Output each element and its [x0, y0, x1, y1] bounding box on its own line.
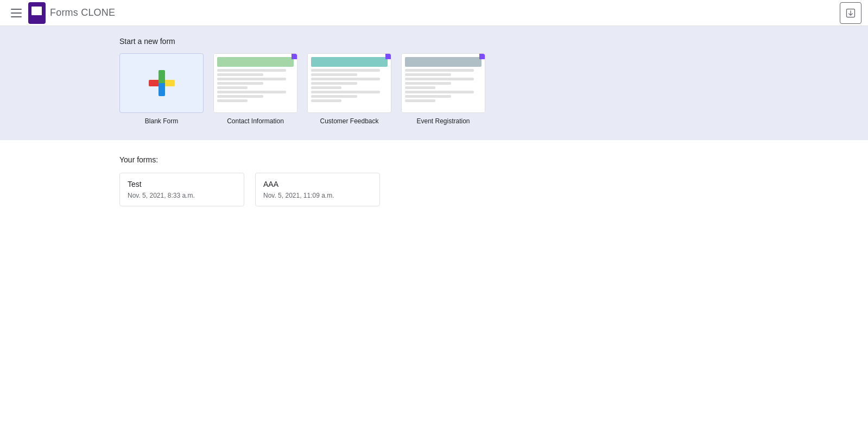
logo-icon — [28, 2, 46, 24]
new-form-section: Start a new form Blank Form — [0, 26, 868, 140]
template-contact[interactable]: Contact Information — [213, 53, 297, 125]
contact-label: Contact Information — [227, 117, 284, 125]
feedback-label: Customer Feedback — [320, 117, 378, 125]
form-date-test: Nov. 5, 2021, 8:33 a.m. — [128, 192, 236, 199]
app-title: Forms CLONE — [50, 7, 115, 18]
export-button[interactable] — [840, 2, 861, 24]
event-label: Event Registration — [416, 117, 470, 125]
feedback-mini-form — [308, 54, 391, 112]
app-logo[interactable]: Forms CLONE — [28, 2, 115, 24]
blank-label: Blank Form — [145, 117, 178, 125]
your-forms-title: Your forms: — [119, 155, 868, 164]
blank-thumbnail — [119, 53, 204, 113]
event-mini-form — [402, 54, 485, 112]
feedback-thumbnail — [307, 53, 391, 113]
app-header: Forms CLONE — [0, 0, 868, 26]
menu-button[interactable] — [7, 3, 26, 23]
template-blank[interactable]: Blank Form — [119, 53, 204, 125]
form-card-aaa[interactable]: AAA Nov. 5, 2021, 11:09 a.m. — [255, 173, 380, 206]
export-icon — [845, 8, 856, 18]
template-feedback[interactable]: Customer Feedback — [307, 53, 391, 125]
templates-row: Blank Form Contact Information — [119, 53, 868, 125]
template-event[interactable]: Event Registration — [401, 53, 485, 125]
header-actions — [840, 2, 861, 24]
contact-mini-form — [214, 54, 297, 112]
form-title-test: Test — [128, 180, 236, 188]
plus-icon — [145, 67, 178, 99]
form-card-test[interactable]: Test Nov. 5, 2021, 8:33 a.m. — [119, 173, 244, 206]
new-form-title: Start a new form — [119, 37, 868, 53]
your-forms-section: Your forms: Test Nov. 5, 2021, 8:33 a.m.… — [0, 140, 868, 206]
form-title-aaa: AAA — [263, 180, 372, 188]
form-date-aaa: Nov. 5, 2021, 11:09 a.m. — [263, 192, 372, 199]
contact-thumbnail — [213, 53, 297, 113]
forms-grid: Test Nov. 5, 2021, 8:33 a.m. AAA Nov. 5,… — [119, 173, 868, 206]
event-thumbnail — [401, 53, 485, 113]
